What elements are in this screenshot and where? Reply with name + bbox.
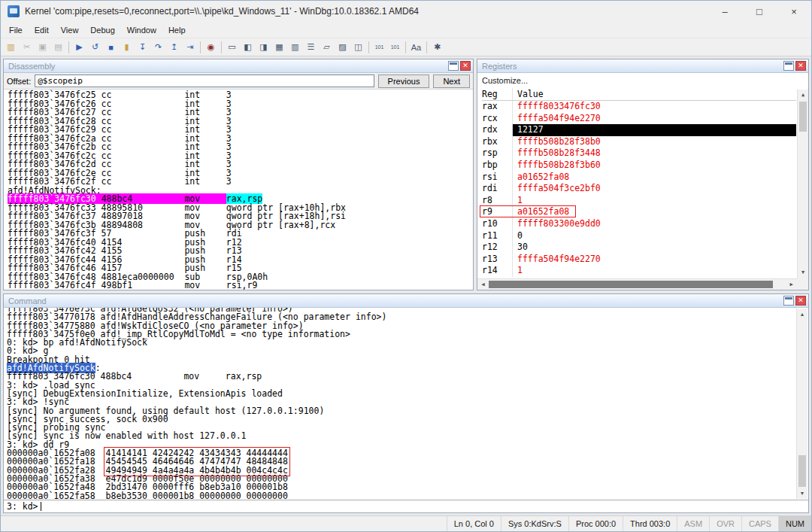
cut-button: ✂ xyxy=(19,39,35,55)
scroll-down-icon[interactable]: ▼ xyxy=(797,488,807,499)
stop-debugging-button[interactable]: ■ xyxy=(103,39,119,55)
close-button[interactable]: × xyxy=(777,1,811,22)
menu-item-help[interactable]: Help xyxy=(162,23,192,37)
register-row-rsp[interactable]: rspffffb508b28f3448 xyxy=(482,147,796,160)
call-stack-window-button[interactable]: ☰ xyxy=(303,39,319,55)
scroll-right-icon[interactable]: ▶ xyxy=(786,279,797,290)
scroll-down-icon[interactable]: ▼ xyxy=(798,267,808,278)
register-row-rbx[interactable]: rbxffffb508b28f38b0 xyxy=(482,136,796,148)
scrollbar-thumb[interactable] xyxy=(798,455,806,487)
scrollbar-thumb[interactable] xyxy=(799,102,807,132)
registers-panel: Registers ✕ Customize... Reg Value raxff… xyxy=(477,59,809,290)
open-source-file-button[interactable]: ▥ xyxy=(3,39,19,55)
register-name: r9 xyxy=(482,206,512,218)
command-output[interactable]: fffff803`3476e73c afd!AfdGetQos32 (<no p… xyxy=(4,308,796,500)
register-row-r12[interactable]: r1230 xyxy=(482,242,796,254)
menu-item-view[interactable]: View xyxy=(55,23,85,37)
menu-item-file[interactable]: File xyxy=(3,23,29,37)
register-row-rcx[interactable]: rcxffffa504f94e2270 xyxy=(482,113,796,125)
register-row-rsi[interactable]: rsia01652fa08 xyxy=(482,172,796,184)
register-row-rdx[interactable]: rdx12127 xyxy=(482,124,796,136)
menu-item-window[interactable]: Window xyxy=(121,23,162,37)
command-window-button[interactable]: ▭ xyxy=(224,39,240,55)
status-asm: ASM xyxy=(677,516,709,531)
command-input[interactable] xyxy=(41,501,808,512)
register-row-rbp[interactable]: rbpffffb508b28f3b60 xyxy=(482,160,796,172)
disassembly-close-icon[interactable]: ✕ xyxy=(460,61,471,71)
scroll-up-icon[interactable]: ▲ xyxy=(798,90,808,101)
font-button[interactable]: Aa xyxy=(408,39,424,55)
break-button[interactable]: ▮ xyxy=(119,39,135,55)
source-mode-on-button[interactable]: 101 xyxy=(371,39,387,55)
register-row-r11[interactable]: r110 xyxy=(482,230,796,242)
register-name: r12 xyxy=(482,242,512,254)
register-row-r13[interactable]: r13ffffa504f94e2270 xyxy=(482,254,796,266)
statusbar-fill xyxy=(1,516,447,531)
toolbar-separator xyxy=(368,41,369,53)
register-name: r11 xyxy=(482,230,512,242)
register-value: ffffa504f3ce2bf0 xyxy=(512,183,796,195)
customize-button[interactable]: Customize... xyxy=(482,75,796,88)
copy-button: ▣ xyxy=(35,39,50,55)
scratch-pad-button[interactable]: ▱ xyxy=(319,39,335,55)
command-close-icon[interactable]: ✕ xyxy=(795,296,806,306)
status-thread: Thrd 003:0 xyxy=(623,516,677,531)
register-name: r10 xyxy=(482,218,512,230)
register-value: ffffb508b28f3b60 xyxy=(512,160,796,172)
registers-close-icon[interactable]: ✕ xyxy=(795,61,806,71)
previous-button[interactable]: Previous xyxy=(378,74,430,88)
disassembly-window-button[interactable]: ▨ xyxy=(335,39,350,55)
insert-remove-breakpoint-button[interactable]: ◉ xyxy=(203,39,219,55)
scroll-up-icon[interactable]: ▲ xyxy=(797,309,807,320)
step-out-button[interactable]: ↥ xyxy=(166,39,182,55)
statusbar: Ln 0, Col 0Sys 0:KdSrv:SProc 000:0Thrd 0… xyxy=(1,515,811,531)
register-row-rdi[interactable]: rdiffffa504f3ce2bf0 xyxy=(482,183,796,195)
registers-horizontal-scrollbar[interactable]: ◀ ▶ xyxy=(477,278,797,290)
register-row-r9[interactable]: r9a01652fa08 xyxy=(482,206,796,218)
disassembly-title: Disassembly xyxy=(8,62,448,71)
menubar: FileEditViewDebugWindowHelp xyxy=(1,22,811,38)
register-name: r14 xyxy=(482,265,512,277)
restart-button[interactable]: ↺ xyxy=(87,39,103,55)
step-into-button[interactable]: ↧ xyxy=(135,39,150,55)
minimize-button[interactable]: – xyxy=(707,1,742,22)
run-to-cursor-button[interactable]: ⇥ xyxy=(182,39,198,55)
next-button[interactable]: Next xyxy=(433,74,470,88)
offset-input[interactable] xyxy=(35,74,374,87)
register-value: fffff803300e9dd0 xyxy=(512,218,796,230)
maximize-button[interactable]: □ xyxy=(742,1,777,22)
command-output-line: 0: kd> bp afd!AfdNotifySock xyxy=(7,339,796,347)
registers-body: Customize... Reg Value raxfffff8033476fc… xyxy=(477,73,808,290)
disassembly-panel: Disassembly ✕ Offset: Previous Next ffff… xyxy=(3,59,474,290)
toolbar-separator xyxy=(200,41,201,53)
watch-window-button[interactable]: ◧ xyxy=(240,39,256,55)
register-value: ffffa504f94e2270 xyxy=(512,113,796,125)
disassembly-listing[interactable]: fffff803`3476fc25 cc int 3fffff803`3476f… xyxy=(4,90,473,290)
top-row: Disassembly ✕ Offset: Previous Next ffff… xyxy=(3,59,809,290)
register-value: 30 xyxy=(512,242,796,254)
registers-table: Customize... Reg Value raxfffff8033476fc… xyxy=(477,73,796,278)
registers-float-icon[interactable] xyxy=(783,61,794,71)
go-button[interactable]: ▶ xyxy=(71,39,87,55)
register-value: ffffb508b28f38b0 xyxy=(512,136,796,148)
options-button[interactable]: ✱ xyxy=(429,39,445,55)
menu-item-edit[interactable]: Edit xyxy=(29,23,55,37)
command-float-icon[interactable] xyxy=(783,296,794,306)
scroll-left-icon[interactable]: ◀ xyxy=(477,279,489,290)
command-vertical-scrollbar[interactable]: ▲ ▼ xyxy=(796,309,807,499)
source-mode-off-button[interactable]: 101 xyxy=(387,39,403,55)
register-row-r10[interactable]: r10fffff803300e9dd0 xyxy=(482,218,796,230)
register-row-r14[interactable]: r141 xyxy=(482,265,796,277)
disassembly-float-icon[interactable] xyxy=(448,61,459,71)
menu-item-debug[interactable]: Debug xyxy=(84,23,120,37)
register-row-rax[interactable]: raxfffff8033476fc30 xyxy=(482,101,796,113)
registers-vertical-scrollbar[interactable]: ▲ ▼ xyxy=(797,90,808,278)
step-over-button[interactable]: ↷ xyxy=(150,39,166,55)
scrollbar-thumb[interactable] xyxy=(489,281,773,288)
registers-window-button[interactable]: ▦ xyxy=(271,39,287,55)
asm-line[interactable]: fffff803`3476fc4f 498bf1 mov rsi,r9 xyxy=(8,281,473,290)
processes-threads-window-button[interactable]: ◫ xyxy=(350,39,366,55)
memory-window-button[interactable]: ▥ xyxy=(287,39,303,55)
register-row-r8[interactable]: r81 xyxy=(482,195,796,207)
locals-window-button[interactable]: ◨ xyxy=(256,39,271,55)
